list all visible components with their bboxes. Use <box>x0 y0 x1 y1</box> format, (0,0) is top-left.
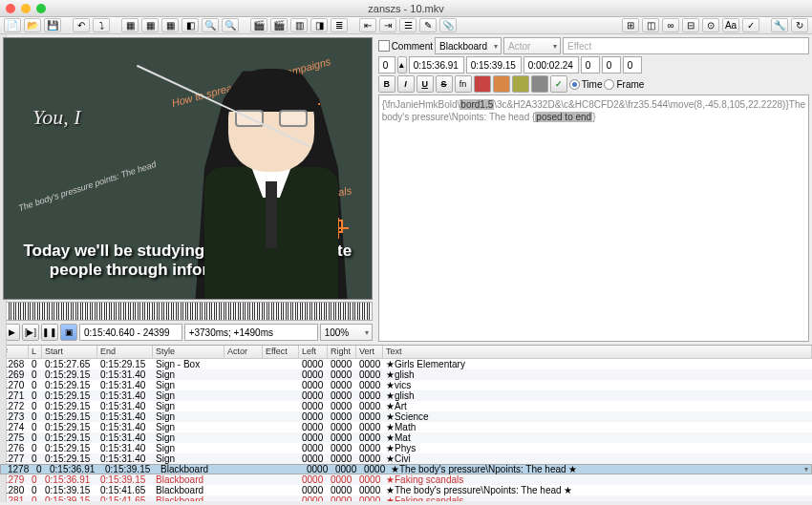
table-row[interactable]: 126900:15:29.150:15:31.40Sign00000000000… <box>0 369 812 380</box>
playback-bar: ▶ [▶] ❚❚ ▣ 0:15:40.640 - 24399 +3730ms; … <box>3 323 373 342</box>
close-button[interactable] <box>6 4 15 13</box>
strike-button[interactable]: S <box>436 75 453 93</box>
table-row[interactable]: 128000:15:39.150:15:41.65Blackboard00000… <box>0 485 812 495</box>
video-close-button[interactable]: 🎬 <box>270 18 288 32</box>
window-title: zanszs - 10.mkv <box>368 3 443 14</box>
spell-button[interactable]: ✓ <box>742 18 759 32</box>
shift-times-button[interactable]: ⊞ <box>622 18 639 32</box>
play-line-button[interactable]: [▶] <box>22 324 39 341</box>
table-row[interactable]: 127900:15:36.910:15:39.15Blackboard00000… <box>0 474 812 485</box>
comment-checkbox[interactable] <box>378 40 390 52</box>
tool-4-button[interactable]: ◧ <box>182 18 199 32</box>
table-row[interactable]: 127700:15:29.150:15:31.40Sign00000000000… <box>0 453 812 464</box>
jump-button[interactable]: ⤵ <box>93 18 110 32</box>
margin-v-input[interactable]: 0 <box>623 56 642 74</box>
style-select[interactable]: Blackboard <box>435 37 502 54</box>
col-vert[interactable]: Vert <box>356 346 383 358</box>
zoom-button[interactable] <box>36 4 46 13</box>
video-preview[interactable]: You, I How to spread negative campaigns … <box>3 37 373 300</box>
end-time-input[interactable]: 0:15:39.15 <box>466 56 522 74</box>
col-text[interactable]: Text <box>383 346 812 358</box>
time-radio[interactable] <box>569 79 580 90</box>
zoom-select[interactable]: 100% <box>320 324 373 341</box>
attach-button[interactable]: 📎 <box>439 18 457 32</box>
main-toolbar: 📄 📂 💾 ↶ ⤵ ▦ ▦ ▦ ◧ 🔍 🔍 🎬 🎬 ▥ ◨ ≣ ⇤ ⇥ ☰ ✎ … <box>0 17 812 34</box>
pause-button[interactable]: ❚❚ <box>41 324 58 341</box>
effect-input[interactable]: Effect <box>563 37 809 54</box>
color4-button[interactable] <box>531 75 548 93</box>
layer-input[interactable]: 0 <box>378 56 395 74</box>
color3-button[interactable] <box>512 75 529 93</box>
color2-button[interactable] <box>493 75 510 93</box>
italic-button[interactable]: I <box>397 75 415 93</box>
underline-button[interactable]: U <box>417 75 434 93</box>
actor-select[interactable]: Actor <box>503 37 561 54</box>
video-open-button[interactable]: 🎬 <box>250 18 267 32</box>
minimize-button[interactable] <box>21 4 31 13</box>
duration-input[interactable]: 0:00:02.24 <box>524 56 579 74</box>
save-file-button[interactable]: 💾 <box>44 18 61 32</box>
table-row[interactable]: 127400:15:29.150:15:31.40Sign00000000000… <box>0 422 812 432</box>
settings-button[interactable]: 🔧 <box>771 18 788 32</box>
subtitle-grid[interactable]: # L Start End Style Actor Effect Left Ri… <box>0 345 812 501</box>
table-row[interactable]: 127300:15:29.150:15:31.40Sign00000000000… <box>0 411 812 422</box>
commit-button[interactable]: ✓ <box>550 75 567 93</box>
tool-2-button[interactable]: ▦ <box>141 18 159 32</box>
table-row[interactable]: 127800:15:36.910:15:39.15Blackboard00000… <box>0 464 812 474</box>
bold-button[interactable]: B <box>378 75 395 93</box>
col-end[interactable]: End <box>97 346 153 358</box>
autoscroll-button[interactable]: ▣ <box>60 324 77 341</box>
table-row[interactable]: 128100:15:39.150:15:41.65Blackboard00000… <box>0 495 812 501</box>
margin-l-input[interactable]: 0 <box>581 56 600 74</box>
table-row[interactable]: 127100:15:29.150:15:31.40Sign00000000000… <box>0 390 812 401</box>
cycle-button[interactable]: ↻ <box>791 18 808 32</box>
zoom-out-button[interactable]: 🔍 <box>222 18 239 32</box>
new-file-button[interactable]: 📄 <box>4 18 21 32</box>
tool-a-button[interactable]: ▥ <box>290 18 308 32</box>
snap-end-button[interactable]: ⇥ <box>379 18 396 32</box>
open-file-button[interactable]: 📂 <box>24 18 41 32</box>
layer-spin[interactable]: ▴ <box>397 56 407 74</box>
tool-1-button[interactable]: ▦ <box>121 18 139 32</box>
col-actor[interactable]: Actor <box>224 346 263 358</box>
overlay-text: The body's pressure points: The head <box>17 159 158 213</box>
col-style[interactable]: Style <box>153 346 224 358</box>
color1-button[interactable] <box>474 75 491 93</box>
undo-button[interactable]: ↶ <box>73 18 90 32</box>
margin-r-input[interactable]: 0 <box>602 56 621 74</box>
col-effect[interactable]: Effect <box>263 346 299 358</box>
table-row[interactable]: 127000:15:29.150:15:31.40Sign00000000000… <box>0 380 812 390</box>
font-button[interactable]: fn <box>455 75 472 93</box>
col-layer[interactable]: L <box>29 346 42 358</box>
table-row[interactable]: 127600:15:29.150:15:31.40Sign00000000000… <box>0 443 812 453</box>
col-right[interactable]: Right <box>328 346 356 358</box>
table-row[interactable]: 127500:15:29.150:15:31.40Sign00000000000… <box>0 432 812 443</box>
select-lines-button[interactable]: ☰ <box>399 18 417 32</box>
glyph-button[interactable]: ∞ <box>662 18 679 32</box>
shift-field: +3730ms; +1490ms <box>184 324 318 341</box>
style-mgr-button[interactable]: Aa <box>722 18 739 32</box>
table-row[interactable]: 127200:15:29.150:15:31.40Sign00000000000… <box>0 401 812 411</box>
subtitle-text-input[interactable]: {\fnJanieHmkBold\bord1.5\3c&H2A332D&\c&H… <box>378 95 809 342</box>
start-time-input[interactable]: 0:15:36.91 <box>409 56 464 74</box>
tool-3-button[interactable]: ▦ <box>161 18 179 32</box>
time-label: Time <box>582 79 603 90</box>
tool-c-button[interactable]: ≣ <box>331 18 348 32</box>
audio-waveform[interactable] <box>3 302 373 321</box>
frame-radio[interactable] <box>604 79 614 90</box>
table-row[interactable]: 126800:15:27.650:15:29.15Sign - Box00000… <box>0 359 812 369</box>
col-left[interactable]: Left <box>299 346 328 358</box>
style-button[interactable]: ✎ <box>419 18 437 32</box>
timer-button[interactable]: ⊙ <box>702 18 719 32</box>
overlay-text: You, I <box>32 105 81 130</box>
frame-label: Frame <box>616 79 644 90</box>
timecode-field[interactable]: 0:15:40.640 - 24399 <box>79 324 182 341</box>
col-button[interactable]: ◫ <box>642 18 659 32</box>
snap-start-button[interactable]: ⇤ <box>359 18 376 32</box>
col-start[interactable]: Start <box>42 346 97 358</box>
zoom-in-button[interactable]: 🔍 <box>202 18 219 32</box>
comment-label: Comment <box>392 41 433 52</box>
sort-button[interactable]: ⊟ <box>682 18 699 32</box>
grid-header: # L Start End Style Actor Effect Left Ri… <box>0 346 812 359</box>
tool-b-button[interactable]: ◨ <box>310 18 328 32</box>
